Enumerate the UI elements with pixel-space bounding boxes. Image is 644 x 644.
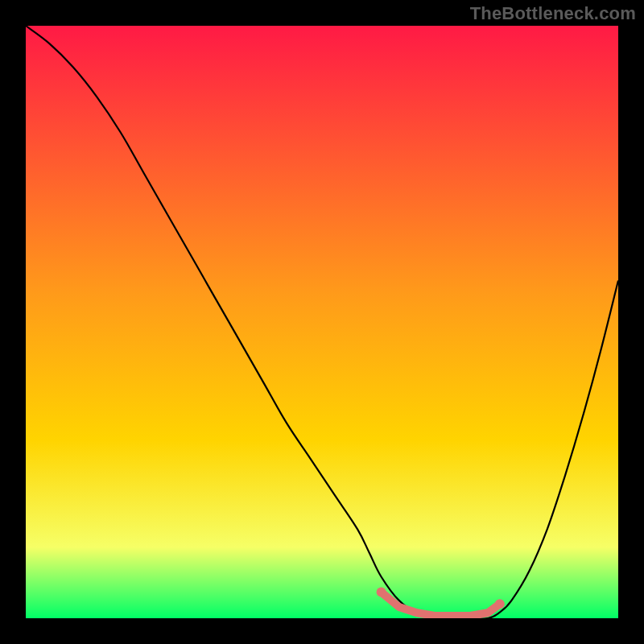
chart-frame: TheBottleneck.com [0,0,644,644]
plot-area [26,26,618,618]
optimal-region-endpoint [377,588,386,597]
optimal-region-endpoint [495,599,505,609]
bottleneck-chart [26,26,618,618]
gradient-background [26,26,618,618]
watermark-text: TheBottleneck.com [470,3,636,24]
